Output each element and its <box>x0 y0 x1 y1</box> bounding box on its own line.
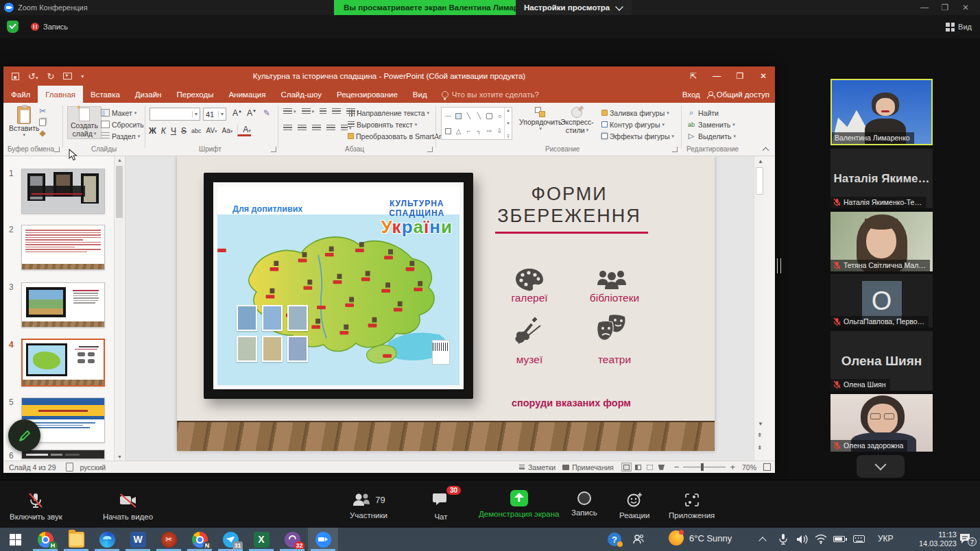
chat-button[interactable]: 30 Чат <box>432 491 450 521</box>
security-shield-icon[interactable] <box>7 21 19 33</box>
slide-area-scrollbar[interactable]: ▲ ▼ ⇞ ⇟ <box>754 156 765 461</box>
tray-mic-icon[interactable] <box>778 533 788 546</box>
previous-slide-button[interactable]: ⇞ <box>757 432 763 439</box>
taskbar-excel[interactable]: X <box>246 528 276 551</box>
language-indicator[interactable]: УКР <box>878 534 894 543</box>
collapse-ribbon-icon[interactable] <box>763 147 769 154</box>
comments-button[interactable]: Примечания <box>562 463 614 472</box>
view-button[interactable]: Вид <box>946 23 972 32</box>
new-slide-button[interactable]: Создать слайд▾ <box>67 106 101 139</box>
minimize-button[interactable]: — <box>914 3 935 12</box>
drawing-dialog-launcher[interactable] <box>672 147 678 152</box>
start-button[interactable] <box>0 528 30 551</box>
char-spacing-button[interactable]: AV▾ <box>206 127 217 134</box>
ribbon-display-options-icon[interactable]: ⇱ <box>682 66 705 86</box>
slideshow-view-button[interactable] <box>656 463 667 472</box>
tab-view[interactable]: Вид <box>405 86 435 103</box>
tray-keyboard-icon[interactable] <box>853 535 865 543</box>
slide-item-label[interactable]: музеї <box>481 354 577 366</box>
participant-tile-video[interactable]: Тетяна Світлична Мал… <box>830 212 933 271</box>
slide-thumbnail-4-selected[interactable] <box>21 339 105 387</box>
font-name-select[interactable]: ▾ <box>150 108 200 121</box>
participant-tile-video[interactable]: Олена задорожна <box>830 394 933 452</box>
smartart-button[interactable]: Преобразовать в SmartArt▾ <box>348 130 448 142</box>
layout-button[interactable]: Макет▾ <box>101 107 144 119</box>
tray-battery-icon[interactable] <box>833 536 845 542</box>
tray-expand-caret[interactable] <box>758 537 766 544</box>
unmute-button[interactable]: Включить звук <box>10 491 62 521</box>
shapes-gallery[interactable]: —╲╲○ △⌐┐⇨⇩ ▲▼⊽ <box>441 107 512 140</box>
tab-file[interactable]: Файл <box>3 86 38 103</box>
shape-fill-button[interactable]: Заливка фигуры▾ <box>601 107 674 119</box>
tell-me-hint[interactable]: Что вы хотите сделать? <box>452 90 539 99</box>
people-tray-icon[interactable] <box>632 533 645 546</box>
decrease-indent-button[interactable] <box>320 108 326 115</box>
font-size-select[interactable]: 41▾ <box>203 108 226 121</box>
redo-icon[interactable]: ↻ <box>47 71 54 82</box>
taskbar-viber[interactable]: 32 <box>277 528 307 551</box>
text-direction-button[interactable]: Направление текста▾ <box>348 107 448 119</box>
fit-to-window-button[interactable] <box>763 463 771 471</box>
font-color-button[interactable]: А▾ <box>237 125 251 136</box>
align-left-button[interactable] <box>283 125 292 132</box>
ppt-close-button[interactable]: ✕ <box>752 66 775 86</box>
change-case-button[interactable]: Aa▾ <box>222 127 233 134</box>
taskbar-chrome-1[interactable]: H <box>30 528 60 551</box>
replace-button[interactable]: abЗаменить▾ <box>686 119 736 130</box>
framed-map-poster[interactable]: Для допитливих КУЛЬТУРНА СПАДЩИНА Україн… <box>204 173 473 399</box>
annotation-pencil-button[interactable] <box>8 419 40 452</box>
accessibility-check-icon[interactable] <box>66 463 73 472</box>
justify-button[interactable] <box>326 125 335 132</box>
participant-tile-name[interactable]: Олена Шиян Олена Шиян <box>830 331 933 391</box>
help-tray-icon[interactable]: ? <box>606 531 623 548</box>
slide-thumbnail-1[interactable] <box>21 169 105 214</box>
quick-styles-button[interactable]: Экспресс- стили▾ <box>560 107 594 134</box>
underline-button[interactable]: Ч <box>171 126 176 136</box>
start-video-button[interactable]: Начать видео <box>103 491 153 521</box>
taskbar-file-explorer[interactable] <box>61 528 91 551</box>
section-button[interactable]: Раздел▾ <box>101 130 144 142</box>
copy-icon[interactable] <box>39 119 46 126</box>
tab-transitions[interactable]: Переходы <box>169 86 221 103</box>
zoom-out-button[interactable]: − <box>674 462 680 472</box>
ppt-minimize-button[interactable]: — <box>705 66 728 86</box>
save-icon[interactable] <box>12 73 19 80</box>
notes-button[interactable]: Заметки <box>518 463 555 472</box>
thumbnails-scrollbar[interactable]: ▲ ▼ <box>114 156 124 461</box>
start-slideshow-icon[interactable] <box>63 73 72 79</box>
taskbar-chrome-2[interactable]: N <box>184 528 215 551</box>
bold-button[interactable]: Ж <box>149 126 156 136</box>
record-button[interactable]: Запись <box>571 491 597 517</box>
text-shadow-button[interactable]: abc <box>191 127 202 134</box>
paste-button[interactable]: Вставить ▾ <box>9 106 40 138</box>
zoom-in-button[interactable]: + <box>730 462 735 472</box>
tray-volume-icon[interactable] <box>796 534 808 545</box>
ppt-restore-button[interactable]: ❐ <box>728 66 752 86</box>
slide-item-label[interactable]: галереї <box>481 292 577 304</box>
undo-icon[interactable]: ↺▾ <box>28 71 38 82</box>
share-screen-button[interactable]: Демонстрация экрана <box>479 490 560 518</box>
tab-design[interactable]: Дизайн <box>128 86 169 103</box>
taskbar-edge[interactable] <box>92 528 122 551</box>
select-button[interactable]: ▷Выделить▾ <box>686 130 736 142</box>
reading-view-button[interactable] <box>645 463 655 472</box>
taskbar-word[interactable]: W <box>123 528 153 551</box>
align-text-button[interactable]: Выровнять текст▾ <box>348 119 448 130</box>
shape-outline-button[interactable]: Контур фигуры▾ <box>601 119 674 130</box>
strikethrough-button[interactable]: S <box>181 126 187 136</box>
view-settings-button[interactable]: Настройки просмотра <box>516 0 632 15</box>
slide-footer-text[interactable]: споруди вказаних форм <box>489 397 654 408</box>
numbering-button[interactable]: ▾ <box>302 108 315 115</box>
increase-indent-button[interactable] <box>332 108 341 115</box>
cut-icon[interactable]: ✂ <box>39 107 46 116</box>
format-painter-icon[interactable]: ◆ <box>39 129 45 138</box>
italic-button[interactable]: К <box>161 126 166 136</box>
panel-drag-handle[interactable] <box>777 258 781 273</box>
participant-tile-avatar[interactable]: O ОльгаПавлова, Перво… <box>830 274 933 328</box>
align-center-button[interactable] <box>298 125 307 132</box>
share-button[interactable]: Общий доступ <box>707 90 769 99</box>
tab-review[interactable]: Рецензирование <box>329 86 405 103</box>
grow-font-button[interactable]: А▲ <box>230 108 244 119</box>
tab-slideshow[interactable]: Слайд-шоу <box>273 86 329 103</box>
notification-center-icon[interactable]: 7 <box>959 532 972 545</box>
